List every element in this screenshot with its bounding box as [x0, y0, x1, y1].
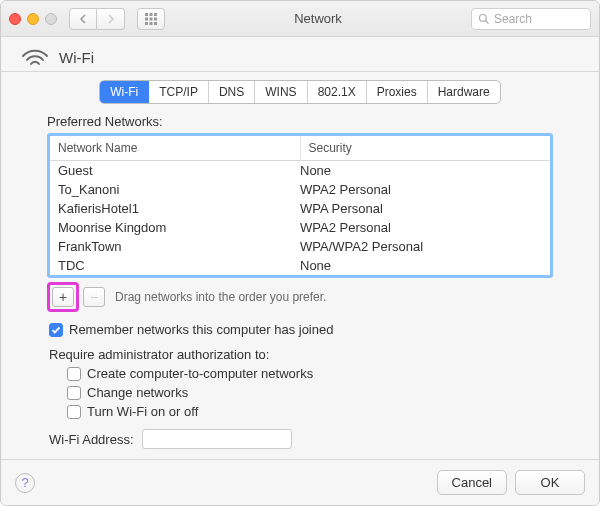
remember-label: Remember networks this computer has join… [69, 322, 333, 337]
window-title: Network [173, 11, 463, 26]
table-row[interactable]: To_KanoniWPA2 Personal [50, 180, 550, 199]
preferred-networks-label: Preferred Networks: [47, 114, 553, 129]
svg-rect-6 [145, 22, 148, 25]
window-controls [9, 13, 57, 25]
cell-network-name: To_Kanoni [58, 182, 300, 197]
table-row[interactable]: TDCNone [50, 256, 550, 275]
tabs: Wi-FiTCP/IPDNSWINS802.1XProxiesHardware [1, 80, 599, 104]
wifi-icon [21, 47, 49, 67]
cell-security: WPA2 Personal [300, 182, 542, 197]
content-area: Preferred Networks: Network Name Securit… [1, 114, 599, 459]
minimize-window-button[interactable] [27, 13, 39, 25]
table-row[interactable]: KafierisHotel1WPA Personal [50, 199, 550, 218]
cell-network-name: Guest [58, 163, 300, 178]
tab-dns[interactable]: DNS [209, 81, 255, 103]
remember-checkbox[interactable] [49, 323, 63, 337]
tab-hardware[interactable]: Hardware [428, 81, 500, 103]
svg-rect-4 [150, 17, 153, 20]
back-button[interactable] [69, 8, 97, 30]
require-admin-option-label: Turn Wi-Fi on or off [87, 404, 198, 419]
add-network-button[interactable]: + [52, 287, 74, 307]
show-all-button[interactable] [137, 8, 165, 30]
close-window-button[interactable] [9, 13, 21, 25]
tab-proxies[interactable]: Proxies [367, 81, 428, 103]
svg-rect-7 [150, 22, 153, 25]
table-row[interactable]: GuestNone [50, 161, 550, 180]
cell-security: None [300, 258, 542, 273]
search-icon [478, 13, 490, 25]
table-row[interactable]: FrankTownWPA/WPA2 Personal [50, 237, 550, 256]
cell-security: WPA Personal [300, 201, 542, 216]
svg-line-10 [486, 20, 489, 23]
require-admin-checkbox[interactable] [67, 386, 81, 400]
wifi-address-field[interactable] [142, 429, 292, 449]
network-preferences-window: Network Search Wi-Fi Wi-FiTCP/IPDNSWINS8… [0, 0, 600, 506]
help-button[interactable]: ? [15, 473, 35, 493]
tab-wi-fi[interactable]: Wi-Fi [100, 81, 149, 103]
require-admin-option-label: Change networks [87, 385, 188, 400]
page-title: Wi-Fi [59, 49, 94, 66]
svg-rect-5 [154, 17, 157, 20]
history-nav [69, 8, 125, 30]
require-admin-option: Turn Wi-Fi on or off [67, 404, 553, 419]
tab-802-1x[interactable]: 802.1X [308, 81, 367, 103]
search-field[interactable]: Search [471, 8, 591, 30]
require-admin-option-label: Create computer-to-computer networks [87, 366, 313, 381]
cell-network-name: TDC [58, 258, 300, 273]
require-admin-checkbox[interactable] [67, 367, 81, 381]
wifi-address-label: Wi-Fi Address: [49, 432, 134, 447]
require-admin-checkbox[interactable] [67, 405, 81, 419]
column-network-name[interactable]: Network Name [50, 136, 301, 160]
require-admin-option: Create computer-to-computer networks [67, 366, 553, 381]
add-button-highlight: + [47, 282, 79, 312]
chevron-right-icon [106, 14, 116, 24]
require-admin-label: Require administrator authorization to: [49, 347, 553, 362]
table-row[interactable]: Moonrise KingdomWPA2 Personal [50, 218, 550, 237]
svg-point-9 [480, 14, 487, 21]
check-icon [51, 325, 61, 335]
svg-rect-0 [145, 13, 148, 16]
svg-rect-2 [154, 13, 157, 16]
chevron-left-icon [78, 14, 88, 24]
svg-rect-8 [154, 22, 157, 25]
wifi-address-row: Wi-Fi Address: [49, 429, 553, 449]
remove-network-button[interactable]: − [83, 287, 105, 307]
svg-rect-3 [145, 17, 148, 20]
require-admin-option: Change networks [67, 385, 553, 400]
drag-hint: Drag networks into the order you prefer. [115, 290, 326, 304]
cell-security: None [300, 163, 542, 178]
cell-network-name: Moonrise Kingdom [58, 220, 300, 235]
cell-network-name: KafierisHotel1 [58, 201, 300, 216]
svg-rect-1 [150, 13, 153, 16]
cancel-button[interactable]: Cancel [437, 470, 507, 495]
preferred-networks-table[interactable]: Network Name Security GuestNoneTo_Kanoni… [47, 133, 553, 278]
footer: ? Cancel OK [1, 459, 599, 505]
grid-icon [145, 13, 157, 25]
column-security[interactable]: Security [301, 136, 551, 160]
zoom-window-button [45, 13, 57, 25]
titlebar: Network Search [1, 1, 599, 37]
search-placeholder: Search [494, 12, 532, 26]
header-row: Wi-Fi [1, 37, 599, 72]
cell-security: WPA/WPA2 Personal [300, 239, 542, 254]
cell-security: WPA2 Personal [300, 220, 542, 235]
forward-button[interactable] [97, 8, 125, 30]
ok-button[interactable]: OK [515, 470, 585, 495]
tab-wins[interactable]: WINS [255, 81, 307, 103]
add-remove-bar: + − Drag networks into the order you pre… [47, 282, 553, 312]
table-header: Network Name Security [50, 136, 550, 161]
tab-tcp-ip[interactable]: TCP/IP [149, 81, 209, 103]
cell-network-name: FrankTown [58, 239, 300, 254]
remember-row: Remember networks this computer has join… [49, 322, 553, 337]
